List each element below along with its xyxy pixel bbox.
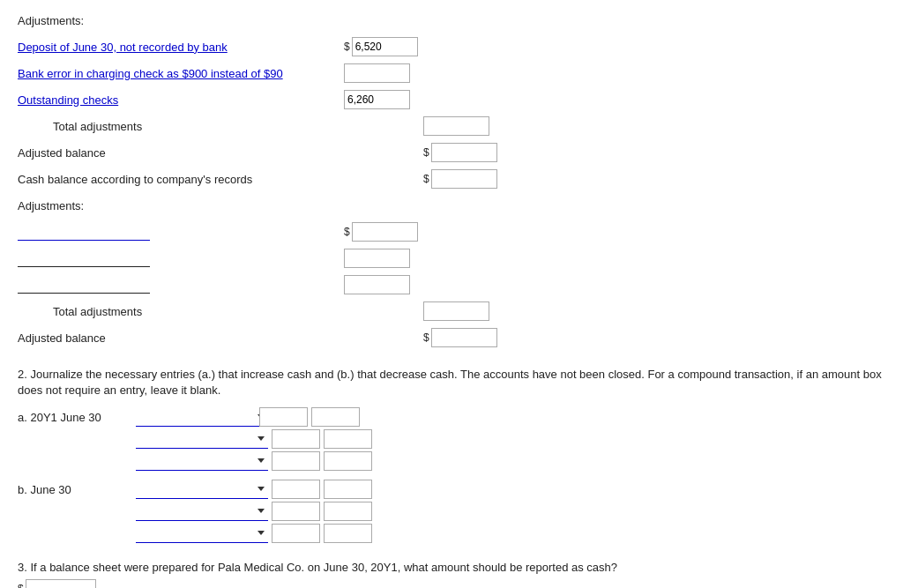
adjustments-label: Adjustments:: [18, 14, 344, 27]
part-a-account-2-select[interactable]: [136, 429, 268, 449]
total-adjustments-input[interactable]: [423, 116, 489, 136]
part-b-row-1: b. June 30: [18, 480, 885, 499]
outstanding-checks-row: Outstanding checks: [18, 88, 885, 111]
company-total-adj-input[interactable]: [423, 301, 489, 321]
company-adj-1-underline: [18, 223, 150, 241]
company-records-input[interactable]: [431, 169, 497, 189]
company-adj-2-row: [18, 247, 885, 270]
company-adjustments-header-row: Adjustments:: [18, 194, 885, 217]
part-b-debit-1[interactable]: [272, 480, 320, 499]
outstanding-checks-label[interactable]: Outstanding checks: [18, 93, 118, 107]
company-records-row: Cash balance according to company's reco…: [18, 167, 885, 190]
company-adj-3-row: [18, 273, 885, 296]
part-a-row-3: [136, 451, 885, 471]
part-b-credit-1[interactable]: [324, 480, 372, 499]
question3-input[interactable]: [26, 579, 96, 588]
company-adj-balance-input[interactable]: [431, 328, 497, 347]
part-a-debit-2[interactable]: [272, 429, 320, 449]
company-adj-1-input[interactable]: [352, 222, 418, 242]
bank-error-label[interactable]: Bank error in charging check as $900 ins…: [18, 67, 283, 80]
adj-balance-dollar: $: [423, 146, 429, 159]
company-total-adj-row: Total adjustments: [18, 300, 885, 323]
adjustments-header-row: Adjustments:: [18, 9, 885, 32]
bank-error-input[interactable]: [344, 63, 410, 83]
question3-dollar: $: [18, 583, 24, 588]
part-a-account-3-select[interactable]: [136, 451, 268, 471]
part-b-debit-2[interactable]: [272, 502, 320, 521]
company-adj-balance-dollar: $: [423, 331, 429, 344]
company-adjustments-label: Adjustments:: [18, 199, 344, 212]
part-a-credit-3[interactable]: [324, 451, 372, 471]
part-a-credit-1[interactable]: [311, 407, 360, 427]
question2-section: 2. Journalize the necessary entries (a.)…: [18, 367, 885, 543]
adjusted-balance-row: Adjusted balance $: [18, 141, 885, 164]
bank-section: Adjustments: Deposit of June 30, not rec…: [18, 9, 885, 349]
company-adj-2-input[interactable]: [344, 249, 410, 268]
part-b-account-2-select[interactable]: [136, 502, 268, 521]
company-adj-2-underline: [18, 249, 150, 267]
company-adj-dollar: $: [344, 226, 350, 238]
deposit-amount-input[interactable]: [352, 37, 418, 56]
part-b-account-3-select[interactable]: [136, 524, 268, 543]
company-total-adj-label: Total adjustments: [18, 305, 344, 318]
main-content: Adjustments: Deposit of June 30, not rec…: [18, 9, 885, 588]
part-b-section: b. June 30: [18, 480, 885, 543]
deposit-dollar: $: [344, 41, 350, 53]
question3-label: 3. If a balance sheet were prepared for …: [18, 561, 885, 574]
company-adj-balance-label: Adjusted balance: [18, 331, 344, 345]
adjusted-balance-input[interactable]: [431, 143, 497, 162]
part-a-row-2: [136, 429, 885, 449]
company-dollar: $: [423, 173, 429, 185]
part-a-row-1: a. 20Y1 June 30: [18, 407, 885, 427]
question3-answer-row: $: [18, 579, 885, 588]
bank-error-row: Bank error in charging check as $900 ins…: [18, 62, 885, 85]
deposit-label[interactable]: Deposit of June 30, not recorded by bank: [18, 41, 228, 54]
question2-intro: 2. Journalize the necessary entries (a.)…: [18, 367, 885, 398]
part-a-debit-1[interactable]: [259, 407, 308, 427]
question3-section: 3. If a balance sheet were prepared for …: [18, 561, 885, 588]
part-b-credit-2[interactable]: [324, 502, 372, 521]
total-adjustments-label: Total adjustments: [18, 120, 344, 133]
total-adjustments-row: Total adjustments: [18, 115, 885, 138]
part-b-row-2: [136, 502, 885, 521]
part-b-label: b. June 30: [18, 483, 132, 496]
part-b-row-3: [136, 524, 885, 543]
company-adj-3-underline: [18, 276, 150, 294]
part-a-debit-3[interactable]: [272, 451, 320, 471]
company-adj-balance-row: Adjusted balance $: [18, 326, 885, 349]
part-b-account-1-select[interactable]: [136, 480, 268, 499]
part-a-label: a. 20Y1 June 30: [18, 411, 132, 424]
part-a-account-1-select[interactable]: [136, 407, 268, 427]
outstanding-checks-input[interactable]: [344, 90, 410, 109]
part-b-debit-3[interactable]: [272, 524, 320, 543]
part-b-credit-3[interactable]: [324, 524, 372, 543]
part-a-credit-2[interactable]: [324, 429, 372, 449]
deposit-row: Deposit of June 30, not recorded by bank…: [18, 35, 885, 58]
adjusted-balance-label: Adjusted balance: [18, 146, 344, 160]
part-a-section: a. 20Y1 June 30: [18, 407, 885, 471]
company-adj-3-input[interactable]: [344, 275, 410, 294]
company-records-label: Cash balance according to company's reco…: [18, 173, 344, 186]
company-adj-1-row: $: [18, 220, 885, 243]
